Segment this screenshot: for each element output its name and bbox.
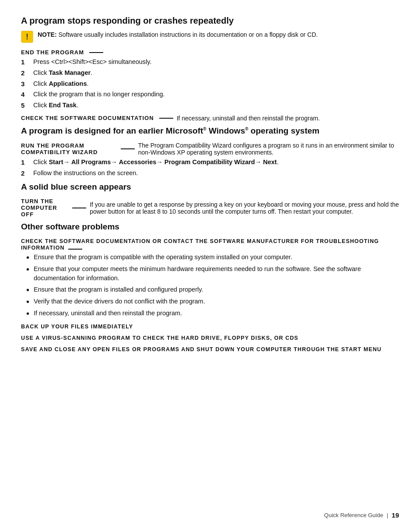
note-icon: ! (21, 31, 33, 43)
turn-computer-off-heading: Turn the computer off If you are unable … (21, 198, 399, 218)
bullet-3: • Ensure that the program is installed a… (26, 285, 399, 295)
page-number: 19 (392, 511, 399, 519)
footer: Quick Reference Guide | 19 (324, 511, 399, 519)
eo-step-1: 1 Click Start→ All Programs→ Accessories… (21, 158, 399, 167)
back-up-heading: Back up your files immediately (21, 324, 399, 330)
other-software-title: Other software problems (21, 222, 399, 232)
footer-label: Quick Reference Guide (324, 512, 383, 518)
bullet-2: • Ensure that your computer meets the mi… (26, 264, 399, 283)
bullet-5: • If necessary, uninstall and then reins… (26, 309, 399, 318)
step-2: 2 Click Task Manager. (21, 68, 399, 78)
end-the-program-steps: 1 Press <Ctrl><Shift><Esc> simultaneousl… (21, 57, 399, 110)
eo-step-2: 2 Follow the instructions on the screen. (21, 169, 399, 178)
step-4: 4 Click the program that is no longer re… (21, 90, 399, 99)
earlier-os-steps: 1 Click Start→ All Programs→ Accessories… (21, 158, 399, 178)
earlier-os-title: A program is designed for an earlier Mic… (21, 126, 399, 136)
svg-text:!: ! (26, 32, 28, 41)
bullet-4: • Verify that the device drivers do not … (26, 297, 399, 307)
bullet-1: • Ensure that the program is compatible … (26, 253, 399, 262)
run-wizard-heading: Run the Program Compatibility Wizard The… (21, 142, 399, 156)
check-doc-or-contact-heading: Check the software documentation or cont… (21, 238, 399, 251)
step-5: 5 Click End Task. (21, 101, 399, 110)
check-software-doc-heading: Check the software documentation If nece… (21, 115, 399, 122)
footer-separator: | (387, 512, 388, 518)
note-text: NOTE: Software usually includes installa… (38, 30, 318, 39)
virus-scan-heading: Use a virus-scanning program to check th… (21, 335, 399, 341)
note-box: ! NOTE: Software usually includes instal… (21, 30, 399, 43)
step-3: 3 Click Applications. (21, 79, 399, 89)
blue-screen-title: A solid blue screen appears (21, 182, 399, 192)
step-1: 1 Press <Ctrl><Shift><Esc> simultaneousl… (21, 57, 399, 67)
page-title: A program stops responding or crashes re… (21, 16, 399, 26)
end-the-program-heading: End the program (21, 49, 399, 56)
other-software-bullets: • Ensure that the program is compatible … (26, 253, 399, 318)
save-close-heading: Save and close any open files or program… (21, 346, 399, 352)
